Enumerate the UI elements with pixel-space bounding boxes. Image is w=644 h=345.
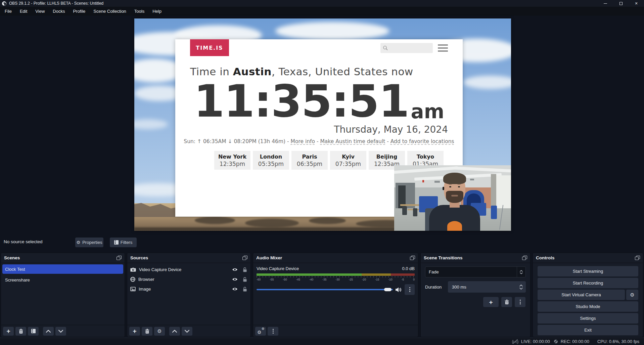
menu-file[interactable]: File [1, 7, 16, 16]
popout-icon[interactable] [117, 256, 122, 260]
source-properties-button[interactable]: ⚙ [154, 327, 165, 336]
chevron-down-icon [185, 330, 189, 333]
source-item-image[interactable]: Image [127, 284, 250, 294]
menu-bar: File Edit View Docks Profile Scene Colle… [0, 7, 644, 16]
cloud [275, 22, 389, 40]
filters-label: Filters [121, 240, 132, 245]
source-item-video-capture[interactable]: Video Capture Device [127, 265, 250, 274]
visibility-eye-icon[interactable] [232, 287, 238, 291]
menu-scene-collection[interactable]: Scene Collection [89, 7, 130, 16]
remove-transition-button[interactable] [501, 297, 512, 307]
sources-title: Sources [130, 255, 148, 260]
remove-source-button[interactable] [142, 327, 152, 336]
audio-mixer-header: Audio Mixer [253, 253, 418, 263]
add-transition-button[interactable]: + [483, 297, 499, 307]
remove-scene-button[interactable] [15, 327, 26, 336]
volume-handle[interactable] [384, 288, 392, 291]
office-chair [413, 208, 417, 216]
menu-tools[interactable]: Tools [130, 7, 148, 16]
mixer-channel-menu-button[interactable] [405, 284, 415, 295]
hoodie-logo [447, 221, 462, 231]
duration-value: 300 ms [448, 285, 516, 290]
virtual-camera-config-button[interactable]: ⚙ [626, 290, 638, 300]
city-card: Paris06:35pm [291, 151, 328, 170]
timeis-search-box [380, 43, 433, 53]
add-favorite-link: Add to favorite locations [390, 138, 454, 144]
sun-info-line: Sun: ↑ 06:35AM ↓ 08:20PM (13h 46m) - Mor… [175, 138, 463, 144]
popout-icon[interactable] [522, 256, 527, 260]
stream-inactive-icon [512, 339, 519, 344]
move-scene-down-button[interactable] [55, 327, 66, 336]
menu-docks[interactable]: Docks [49, 7, 69, 16]
close-button[interactable]: ✕ [629, 0, 644, 7]
person-eyebrow [457, 183, 461, 184]
record-inactive-icon [553, 339, 558, 344]
move-source-down-button[interactable] [182, 327, 192, 336]
mixer-menu-button[interactable] [268, 327, 278, 336]
scenes-header: Scenes [1, 253, 125, 263]
scenes-title: Scenes [4, 255, 20, 260]
advanced-audio-button[interactable]: ⚙⚙ [255, 327, 266, 336]
properties-button[interactable]: ⚙ Properties [75, 238, 103, 247]
popout-icon[interactable] [410, 256, 415, 260]
popout-icon[interactable] [242, 256, 247, 260]
popout-icon[interactable] [635, 256, 640, 260]
move-source-up-button[interactable] [169, 327, 180, 336]
visibility-eye-icon[interactable] [232, 268, 238, 271]
volume-slider[interactable] [257, 288, 393, 292]
minimize-button[interactable] [598, 0, 613, 7]
caret-down-icon [519, 288, 523, 290]
meridiem: am [411, 102, 445, 121]
menu-profile[interactable]: Profile [69, 7, 89, 16]
city-card: London05:35pm [253, 151, 289, 170]
select-carets [517, 267, 525, 277]
exit-button[interactable]: Exit [538, 325, 638, 335]
unlock-icon[interactable] [243, 267, 247, 272]
gear-icon: ⚙ [77, 240, 81, 245]
duration-spinbox[interactable]: 300 ms [448, 281, 526, 293]
controls-header: Controls [533, 253, 643, 263]
scene-item-clock-test[interactable]: Clock Test [2, 264, 123, 274]
filters-button[interactable]: Filters [110, 238, 137, 247]
trash-icon [505, 300, 509, 304]
menu-view[interactable]: View [31, 7, 49, 16]
chevron-up-icon [172, 330, 177, 333]
gear-icon: ⚙ [157, 329, 162, 334]
kebab-icon [273, 329, 274, 334]
move-scene-up-button[interactable] [43, 327, 54, 336]
transition-select[interactable]: Fade [425, 266, 526, 277]
studio-mode-button[interactable]: Studio Mode [538, 301, 638, 312]
scenes-panel: Scenes Clock Test Screenshare + [1, 253, 125, 337]
add-scene-button[interactable]: + [3, 327, 14, 336]
source-label: Image [139, 287, 151, 292]
source-label: Browser [138, 277, 154, 282]
current-time: 11:35:51 [194, 79, 409, 123]
add-source-button[interactable]: + [129, 327, 140, 336]
search-icon [383, 45, 388, 51]
scene-transitions-panel: Scene Transitions Fade Duration 300 ms [420, 253, 531, 337]
settings-button[interactable]: Settings [538, 313, 638, 324]
unlock-icon[interactable] [243, 277, 247, 282]
unlock-icon[interactable] [243, 287, 247, 292]
person-beard [446, 191, 463, 203]
more-info-link: More info [291, 138, 315, 144]
scene-filters-button[interactable] [28, 327, 39, 336]
speaker-icon[interactable] [396, 287, 402, 292]
restore-button[interactable] [613, 0, 629, 7]
preview-canvas[interactable]: TIME.IS Time in Austin, Texas, United St… [134, 18, 511, 231]
menu-edit[interactable]: Edit [16, 7, 31, 16]
camera-icon [130, 267, 136, 272]
sources-panel: Sources Video Capture Device Browser [127, 253, 251, 337]
source-item-browser[interactable]: Browser [127, 274, 250, 284]
start-virtual-camera-button[interactable]: Start Virtual Camera [538, 290, 625, 300]
menu-help[interactable]: Help [148, 7, 166, 16]
visibility-eye-icon[interactable] [232, 277, 238, 281]
transition-menu-button[interactable] [515, 297, 525, 307]
globe-icon [130, 277, 135, 282]
spin-carets[interactable] [516, 285, 526, 290]
webcam-source[interactable] [394, 165, 511, 231]
start-streaming-button[interactable]: Start Streaming [538, 266, 638, 276]
scene-item-screenshare[interactable]: Screenshare [2, 275, 123, 285]
start-recording-button[interactable]: Start Recording [538, 278, 638, 288]
kebab-icon [409, 287, 410, 292]
